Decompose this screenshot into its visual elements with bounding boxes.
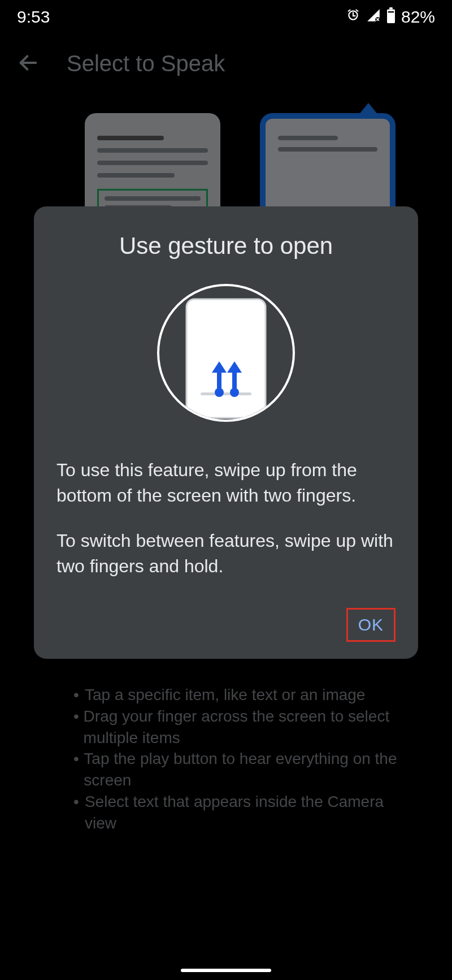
ok-button[interactable]: OK [346, 608, 395, 642]
svg-rect-7 [186, 299, 266, 418]
svg-rect-14 [232, 370, 237, 392]
dialog-scrim: Use gesture to open [0, 0, 452, 980]
dialog-body: To use this feature, swipe up from the b… [56, 457, 395, 580]
dialog-paragraph: To switch between features, swipe up wit… [56, 528, 395, 580]
gesture-dialog: Use gesture to open [34, 206, 418, 659]
dialog-paragraph: To use this feature, swipe up from the b… [56, 457, 395, 509]
gesture-illustration [56, 282, 395, 424]
svg-rect-11 [217, 370, 221, 392]
gesture-nav-bar[interactable] [181, 969, 271, 972]
svg-rect-9 [201, 392, 251, 395]
dialog-title: Use gesture to open [56, 232, 395, 260]
